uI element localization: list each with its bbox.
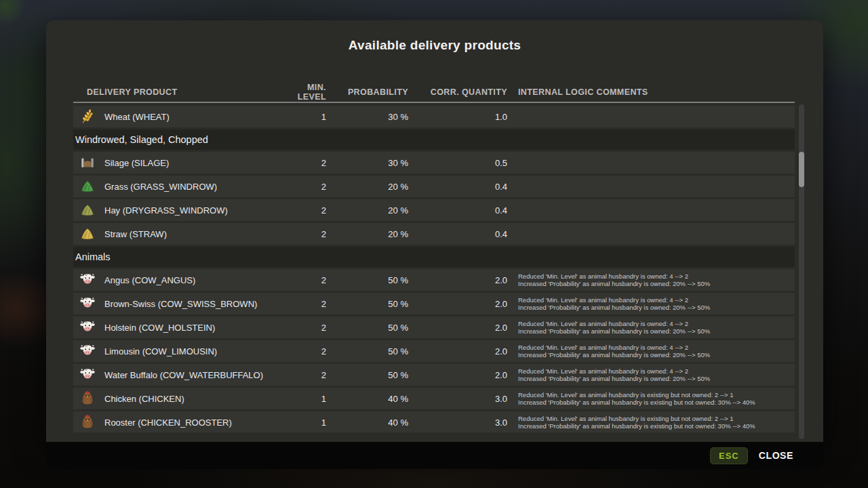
probability-value: 20 % [326,182,408,192]
cow-icon [79,319,96,336]
dialog-footer: ESC CLOSE [46,442,823,469]
product-cell: Holstein (COW_HOLSTEIN) [73,319,277,336]
logic-comments: Reduced 'Min. Level' as animal husbandry… [507,344,795,359]
corr-quantity-value: 3.0 [408,418,507,428]
logic-comment-line: Reduced 'Min. Level' as animal husbandry… [518,367,795,375]
probability-value: 40 % [326,418,408,428]
table-row: Chicken (CHICKEN)140 %3.0Reduced 'Min. L… [73,388,795,409]
min-level-value: 2 [277,346,326,357]
corr-quantity-value: 2.0 [408,299,507,309]
cow-icon [79,271,96,289]
product-name: Limousin (COW_LIMOUSIN) [104,346,217,357]
table-row: Hay (DRYGRASS_WINDROW)220 %0.4 [73,199,795,221]
product-cell: Water Buffalo (COW_WATERBUFFALO) [73,366,277,384]
wheat-icon [79,108,96,125]
probability-value: 50 % [326,370,408,380]
logic-comment-line: Increased 'Probability' as animal husban… [518,399,795,406]
delivery-products-table: DELIVERY PRODUCT MIN. LEVEL PROBABILITY … [73,83,795,432]
column-header-min-level: MIN. LEVEL [277,83,326,102]
column-header-corr-quantity: CORR. QUANTITY [408,87,507,97]
hay-icon [79,201,96,219]
column-header-probability: PROBABILITY [326,87,408,97]
corr-quantity-value: 2.0 [408,346,507,357]
chicken-icon [79,413,96,431]
table-scroll-viewport[interactable]: Wheat (WHEAT)130 %1.0Windrowed, Silaged,… [73,106,795,432]
product-cell: Limousin (COW_LIMOUSIN) [73,342,277,360]
grass-icon [79,178,96,195]
table-row: Wheat (WHEAT)130 %1.0 [73,106,795,127]
close-button[interactable]: CLOSE [759,450,793,461]
product-name: Holstein (COW_HOLSTEIN) [104,323,215,333]
logic-comment-line: Increased 'Probability' as animal husban… [518,327,795,335]
logic-comments: Reduced 'Min. Level' as animal husbandry… [507,415,795,430]
logic-comment-line: Increased 'Probability' as animal husban… [518,351,795,359]
corr-quantity-value: 2.0 [408,323,507,333]
table-row: Limousin (COW_LIMOUSIN)250 %2.0Reduced '… [73,340,795,362]
table-row: Holstein (COW_HOLSTEIN)250 %2.0Reduced '… [73,317,795,338]
logic-comment-line: Increased 'Probability' as animal husban… [518,375,795,382]
corr-quantity-value: 0.4 [408,182,507,192]
logic-comment-line: Reduced 'Min. Level' as animal husbandry… [518,344,795,351]
probability-value: 50 % [326,346,408,357]
table-row: Water Buffalo (COW_WATERBUFFALO)250 %2.0… [73,364,795,386]
probability-value: 20 % [326,229,408,239]
table-row: Straw (STRAW)220 %0.4 [73,223,795,245]
product-name: Wheat (WHEAT) [104,112,170,122]
min-level-value: 2 [277,323,326,333]
product-name: Hay (DRYGRASS_WINDROW) [104,205,228,216]
cow-icon [79,366,96,384]
straw-icon [79,225,96,243]
silage-icon [79,154,96,171]
logic-comment-line: Reduced 'Min. Level' as animal husbandry… [518,296,795,304]
table-header-row: DELIVERY PRODUCT MIN. LEVEL PROBABILITY … [73,83,795,102]
logic-comment-line: Increased 'Probability' as animal husban… [518,422,795,430]
min-level-value: 2 [277,370,326,380]
scrollbar-thumb[interactable] [799,152,804,187]
delivery-products-dialog: Available delivery products DELIVERY PRO… [46,20,823,442]
table-row: Silage (SILAGE)230 %0.5 [73,152,795,174]
product-name: Straw (STRAW) [104,229,167,239]
table-row: Rooster (CHICKEN_ROOSTER)140 %3.0Reduced… [73,411,795,432]
header-divider [73,102,795,103]
table-row: Grass (GRASS_WINDROW)220 %0.4 [73,176,795,197]
product-cell: Hay (DRYGRASS_WINDROW) [73,201,277,219]
esc-key-badge[interactable]: ESC [710,447,748,464]
section-header-row: Animals [73,247,795,267]
logic-comment-line: Reduced 'Min. Level' as animal husbandry… [518,272,795,280]
min-level-value: 1 [277,418,326,428]
probability-value: 40 % [326,394,408,404]
product-cell: Wheat (WHEAT) [73,108,277,125]
column-header-internal-logic-comments: INTERNAL LOGIC COMMENTS [507,87,795,97]
product-cell: Rooster (CHICKEN_ROOSTER) [73,413,277,431]
min-level-value: 2 [277,158,326,168]
logic-comments: Reduced 'Min. Level' as animal husbandry… [507,272,795,287]
product-name: Brown-Swiss (COW_SWISS_BROWN) [104,299,257,309]
logic-comment-line: Increased 'Probability' as animal husban… [518,304,795,311]
product-name: Rooster (CHICKEN_ROOSTER) [104,418,232,428]
probability-value: 30 % [326,112,408,122]
product-cell: Grass (GRASS_WINDROW) [73,178,277,195]
logic-comments: Reduced 'Min. Level' as animal husbandry… [507,320,795,335]
corr-quantity-value: 1.0 [408,112,507,122]
table-row: Angus (COW_ANGUS)250 %2.0Reduced 'Min. L… [73,269,795,291]
logic-comments: Reduced 'Min. Level' as animal husbandry… [507,296,795,311]
min-level-value: 1 [277,112,326,122]
product-cell: Brown-Swiss (COW_SWISS_BROWN) [73,295,277,312]
corr-quantity-value: 2.0 [408,275,507,285]
corr-quantity-value: 0.4 [408,229,507,239]
min-level-value: 2 [277,299,326,309]
logic-comment-line: Reduced 'Min. Level' as animal husbandry… [518,320,795,327]
scrollbar[interactable] [799,104,804,439]
product-name: Silage (SILAGE) [104,158,169,168]
cow-icon [79,342,96,360]
min-level-value: 2 [277,275,326,285]
corr-quantity-value: 0.4 [408,205,507,216]
corr-quantity-value: 2.0 [408,370,507,380]
product-name: Angus (COW_ANGUS) [104,275,195,285]
section-header-row: Windrowed, Silaged, Chopped [73,129,795,150]
min-level-value: 2 [277,182,326,192]
logic-comment-line: Reduced 'Min. Level' as animal husbandry… [518,391,795,399]
logic-comment-line: Increased 'Probability' as animal husban… [518,280,795,287]
logic-comments: Reduced 'Min. Level' as animal husbandry… [507,391,795,406]
corr-quantity-value: 0.5 [408,158,507,168]
